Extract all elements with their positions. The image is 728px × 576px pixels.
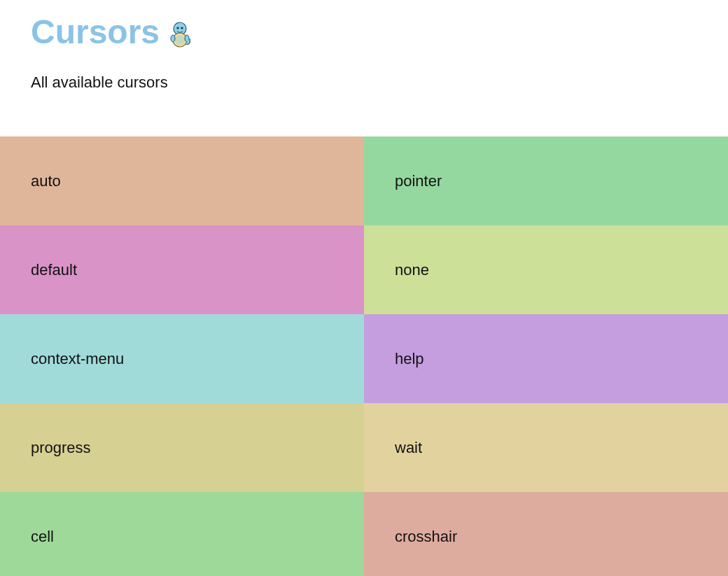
cursor-label: cell	[31, 528, 54, 546]
cursor-label: wait	[395, 439, 422, 457]
cursor-label: pointer	[395, 172, 442, 190]
svg-point-5	[171, 35, 175, 42]
squirtle-icon	[168, 17, 192, 47]
cursor-label: context-menu	[31, 350, 124, 368]
page-subtitle: All available cursors	[31, 73, 697, 92]
cursor-grid: auto pointer default none context-menu h…	[0, 136, 728, 576]
cursor-label: default	[31, 261, 77, 279]
page-title-text: Cursors	[31, 13, 160, 51]
page-header: Cursors All available cursors	[0, 0, 728, 92]
cursor-tile-context-menu[interactable]: context-menu	[0, 314, 364, 403]
cursor-tile-help[interactable]: help	[364, 314, 728, 403]
cursor-tile-cell[interactable]: cell	[0, 492, 364, 576]
cursor-tile-progress[interactable]: progress	[0, 403, 364, 492]
cursor-label: crosshair	[395, 528, 457, 546]
cursor-tile-pointer[interactable]: pointer	[364, 136, 728, 225]
page-title: Cursors	[31, 13, 697, 51]
cursor-label: none	[395, 261, 429, 279]
cursor-label: auto	[31, 172, 61, 190]
cursor-tile-default[interactable]: default	[0, 225, 364, 314]
svg-point-4	[181, 27, 183, 29]
cursor-label: help	[395, 350, 424, 368]
cursor-tile-crosshair[interactable]: crosshair	[364, 492, 728, 576]
cursor-tile-auto[interactable]: auto	[0, 136, 364, 225]
cursor-tile-wait[interactable]: wait	[364, 403, 728, 492]
cursor-tile-none[interactable]: none	[364, 225, 728, 314]
svg-point-3	[176, 27, 178, 29]
cursor-label: progress	[31, 439, 91, 457]
svg-point-2	[175, 35, 185, 45]
